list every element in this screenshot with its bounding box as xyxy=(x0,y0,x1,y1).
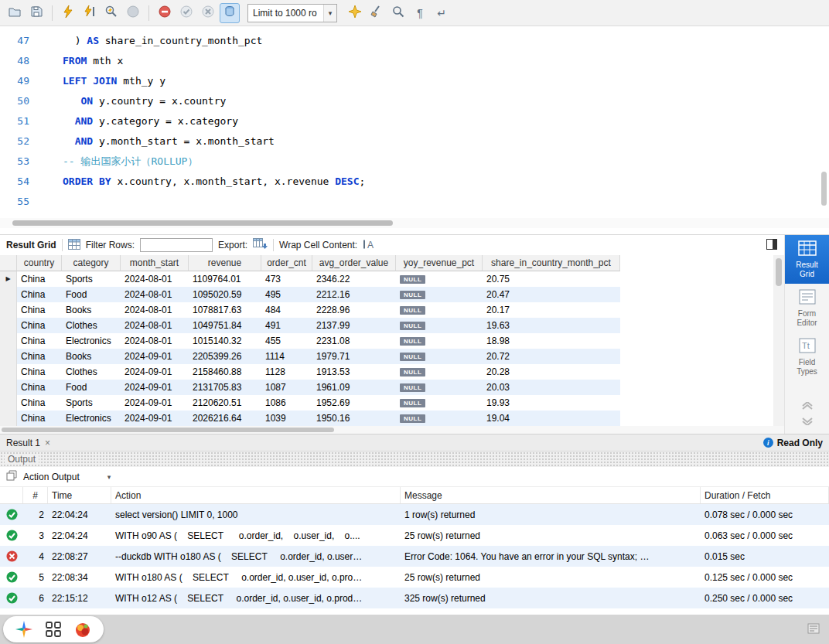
grid-header-cell[interactable]: revenue xyxy=(189,255,261,271)
grid-cell[interactable]: NULL xyxy=(396,271,483,287)
execute-button[interactable] xyxy=(58,3,78,23)
editor-horizontal-scrollbar[interactable] xyxy=(0,218,829,228)
row-limit-dropdown[interactable]: Limit to 1000 ro ▾ xyxy=(247,4,337,22)
grid-cell[interactable]: China xyxy=(17,395,62,411)
colorful-app-icon[interactable] xyxy=(73,620,92,639)
grid-cell[interactable]: Books xyxy=(62,302,121,318)
grid-corner-cell[interactable] xyxy=(0,255,17,271)
save-script-button[interactable] xyxy=(26,3,46,23)
grid-cell[interactable]: NULL xyxy=(396,349,483,364)
row-selector[interactable] xyxy=(0,349,17,364)
grid-cell[interactable]: 1049751.84 xyxy=(189,318,261,333)
grid-row[interactable]: ▶ChinaSports2024-08-011109764.014732346.… xyxy=(0,271,620,287)
toggle-stop-on-error-button[interactable] xyxy=(155,3,175,23)
chevron-down-icon[interactable]: ▾ xyxy=(107,473,111,481)
code-line[interactable]: LEFT JOIN mth_y y xyxy=(63,71,829,91)
grid-cell[interactable]: 2024-08-01 xyxy=(121,271,189,287)
side-tab-form-editor[interactable]: FormEditor xyxy=(785,284,829,332)
grid-cell[interactable]: 2024-08-01 xyxy=(121,318,189,333)
scrollbar-thumb[interactable] xyxy=(776,258,782,286)
grid-cell[interactable]: 2024-08-01 xyxy=(121,302,189,318)
scrollbar-thumb[interactable] xyxy=(12,220,393,226)
chevron-down-icon[interactable] xyxy=(801,417,814,428)
notes-tray-icon[interactable] xyxy=(807,622,820,637)
grid-cell[interactable]: Sports xyxy=(62,271,121,287)
grid-vertical-scrollbar[interactable] xyxy=(773,255,784,426)
output-row[interactable]: 622:15:12WITH o12 AS ( SELECT o.order_id… xyxy=(0,588,829,608)
grid-cell[interactable]: 20.75 xyxy=(483,271,620,287)
grid-cell[interactable]: 20.47 xyxy=(483,287,620,302)
grid-header-cell[interactable]: month_start xyxy=(121,255,189,271)
output-row[interactable]: 322:04:24WITH o90 AS ( SELECT o.order_id… xyxy=(0,525,829,546)
editor-code[interactable]: ) AS share_in_country_month_pctFROM mth … xyxy=(36,26,829,218)
side-tab-result-grid[interactable]: ResultGrid xyxy=(785,235,829,284)
beautify-script-button[interactable] xyxy=(345,3,365,23)
grid-cell[interactable]: 20.28 xyxy=(483,364,620,380)
grid-cell[interactable]: 1128 xyxy=(261,364,312,380)
grid-cell[interactable]: 2120620.51 xyxy=(189,395,261,411)
grid-row[interactable]: ChinaFood2024-09-012131705.8310871961.09… xyxy=(0,380,620,395)
grid-cell[interactable]: 2024-08-01 xyxy=(121,287,189,302)
grid-cell[interactable]: 455 xyxy=(261,333,312,349)
output-view-selector[interactable]: Action Output ▾ xyxy=(0,467,829,487)
grid-launcher-icon[interactable] xyxy=(45,621,62,638)
grid-cell[interactable]: Sports xyxy=(62,395,121,411)
output-header-message[interactable]: Message xyxy=(401,487,701,503)
grid-cell[interactable]: 20.72 xyxy=(483,349,620,364)
grid-cell[interactable]: 1078817.63 xyxy=(189,302,261,318)
code-line[interactable] xyxy=(63,192,829,212)
scrollbar-thumb[interactable] xyxy=(821,172,827,206)
grid-row[interactable]: ChinaClothes2024-08-011049751.844912137.… xyxy=(0,318,620,333)
grid-cell[interactable]: NULL xyxy=(396,318,483,333)
row-selector[interactable] xyxy=(0,395,17,411)
rollback-button[interactable] xyxy=(198,3,218,23)
grid-row[interactable]: ChinaElectronics2024-09-012026216.641039… xyxy=(0,411,620,426)
grid-cell[interactable]: 1114 xyxy=(261,349,312,364)
grid-cell[interactable]: Food xyxy=(62,287,121,302)
output-header-time[interactable]: Time xyxy=(48,487,111,503)
grid-cell[interactable]: 2137.99 xyxy=(312,318,396,333)
output-row[interactable]: 522:08:34WITH o180 AS ( SELECT o.order_i… xyxy=(0,567,829,588)
grid-row[interactable]: ChinaBooks2024-09-012205399.2611141979.7… xyxy=(0,349,620,364)
grid-cell[interactable]: China xyxy=(17,380,62,395)
grid-cell[interactable]: China xyxy=(17,364,62,380)
grid-cell[interactable]: 1039 xyxy=(261,411,312,426)
grid-cell[interactable]: NULL xyxy=(396,380,483,395)
grid-cell[interactable]: China xyxy=(17,302,62,318)
grid-cell[interactable]: NULL xyxy=(396,333,483,349)
grid-cell[interactable]: NULL xyxy=(396,364,483,380)
row-selector[interactable] xyxy=(0,380,17,395)
chevron-down-icon[interactable]: ▾ xyxy=(323,5,336,22)
grid-cell[interactable]: 2024-09-01 xyxy=(121,411,189,426)
close-icon[interactable]: × xyxy=(45,438,50,448)
grid-row[interactable]: ChinaElectronics2024-08-011015140.324552… xyxy=(0,333,620,349)
grid-cell[interactable]: Clothes xyxy=(62,364,121,380)
output-header-action[interactable]: Action xyxy=(111,487,401,503)
code-line[interactable]: ON y.country = x.country xyxy=(63,91,829,111)
export-icon[interactable] xyxy=(253,238,268,252)
chevron-up-icon[interactable] xyxy=(801,401,814,412)
execute-current-statement-button[interactable] xyxy=(80,3,100,23)
stop-query-button[interactable] xyxy=(123,3,143,23)
grid-cell[interactable]: China xyxy=(17,349,62,364)
grid-cell[interactable]: 2024-08-01 xyxy=(121,333,189,349)
grid-cell[interactable]: NULL xyxy=(396,411,483,426)
row-selector[interactable] xyxy=(0,364,17,380)
sparkle-app-icon[interactable] xyxy=(15,620,33,639)
grid-cell[interactable]: 2231.08 xyxy=(312,333,396,349)
side-tab-field-types[interactable]: Tt FieldTypes xyxy=(785,332,829,381)
row-selector[interactable] xyxy=(0,302,17,318)
output-header-duration[interactable]: Duration / Fetch xyxy=(701,487,829,503)
grid-cell[interactable]: 1950.16 xyxy=(312,411,396,426)
grid-cell[interactable]: 18.98 xyxy=(483,333,620,349)
grid-header-cell[interactable]: avg_order_value xyxy=(312,255,396,271)
row-selector[interactable] xyxy=(0,333,17,349)
output-row[interactable]: 222:04:24select version() LIMIT 0, 10001… xyxy=(0,504,829,525)
grid-cell[interactable]: Electronics xyxy=(62,333,121,349)
row-selector[interactable] xyxy=(0,287,17,302)
grid-cell[interactable]: 2024-09-01 xyxy=(121,380,189,395)
grid-cell[interactable]: China xyxy=(17,318,62,333)
code-line[interactable]: AND y.month_start = x.month_start xyxy=(63,131,829,152)
grid-cell[interactable]: 2158460.88 xyxy=(189,364,261,380)
grid-cell[interactable]: 1979.71 xyxy=(312,349,396,364)
